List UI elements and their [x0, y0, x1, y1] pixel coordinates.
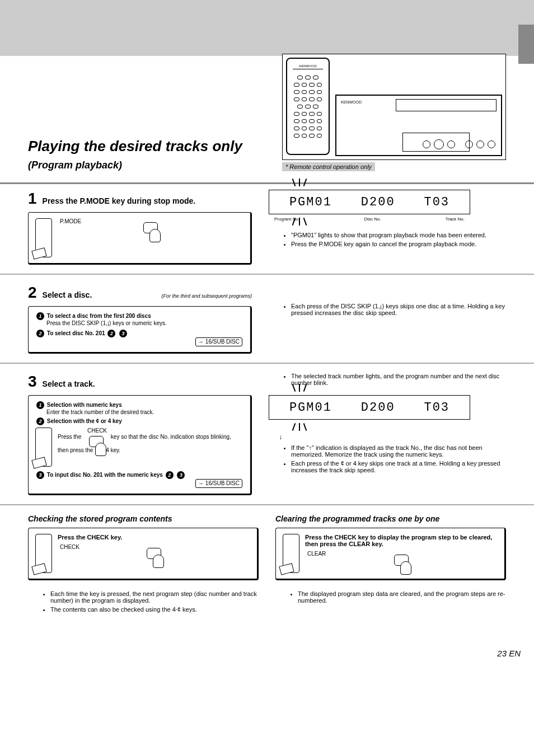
- s3-sub2-post: key so that the disc No. indication stop…: [58, 434, 231, 453]
- seg-pgm: PGM01: [289, 195, 332, 209]
- step-title-3: Select a track.: [43, 379, 95, 388]
- remote-brand-label: KENWOOD: [287, 64, 329, 68]
- divider: [0, 504, 534, 505]
- bottom-right-panel-text: Press the CHECK key to display the progr…: [305, 534, 498, 547]
- substep-2-badge: 2: [36, 417, 44, 425]
- check-key-label: CHECK: [87, 428, 107, 434]
- bottom-left-panel-text: Press the CHECK key.: [58, 534, 250, 541]
- bottom-left-panel: Press the CHECK key. CHECK: [28, 528, 259, 580]
- step1-bullet-2: Press the P.MODE key again to cancel the…: [291, 241, 506, 247]
- remote-illustration: KENWOOD: [286, 58, 330, 155]
- substep-ref-3-badge: 3: [177, 471, 185, 479]
- substep-ref-2-badge: 2: [166, 471, 174, 479]
- col-label-c: Track No.: [446, 217, 465, 222]
- language-tab: [518, 25, 534, 64]
- s2-sub1-title: To select a disc from the first 200 disc…: [47, 313, 151, 319]
- divider: [0, 274, 534, 275]
- unit-brand-label: KENWOOD: [341, 100, 362, 104]
- page-number: 23 EN: [497, 649, 521, 658]
- mini-remote-icon: [35, 218, 52, 257]
- s3-sub3-title: To input disc No. 201 with the numeric k…: [47, 472, 163, 478]
- mini-remote-icon: [283, 534, 299, 573]
- bottom-left-bullet-1: Each time the key is pressed, the next p…: [50, 590, 259, 604]
- bottom-left-title: Checking the stored program contents: [28, 514, 259, 523]
- seg-track: T03: [424, 401, 449, 415]
- s3-sub1-text: Enter the track number of the desired tr…: [46, 409, 243, 415]
- step-number-2: 2: [28, 284, 37, 302]
- press-hand-icon: [149, 229, 161, 242]
- press-hand-icon: [153, 555, 164, 568]
- substep-2-badge: 2: [36, 330, 44, 337]
- page-title-line1: Playing the desired tracks only: [28, 138, 277, 155]
- press-hand-icon: [400, 561, 411, 575]
- s3-sub2-title: Selection with the ¢ or 4 key: [47, 418, 122, 424]
- step3-bullet-a: If the "↑" indication is displayed as th…: [291, 444, 506, 458]
- display-step3: PGM01 D200 T03: [269, 395, 470, 420]
- remote-only-note: * Remote control operation only: [282, 162, 375, 171]
- unit-illustration: KENWOOD: [335, 95, 502, 156]
- step-title-2: Select a disc.: [43, 290, 92, 299]
- seg-disc: D200: [361, 195, 395, 209]
- step-number-1: 1: [28, 190, 37, 208]
- substep-1-badge: 1: [36, 312, 44, 320]
- s2-sub1-text: Press the DISC SKIP (1,¡) keys or numeri…: [46, 320, 243, 326]
- divider: [0, 363, 534, 364]
- substep-3-badge: 3: [36, 471, 44, 479]
- step-cont-2: (For the third and subsequent programs): [161, 293, 252, 299]
- mini-remote-icon: [35, 428, 52, 467]
- seg-disc: D200: [361, 401, 395, 415]
- substep-ref-2-badge: 2: [107, 330, 115, 337]
- step3-bullet-r: The selected track number lights, and th…: [291, 373, 506, 386]
- s3-sub1-title: Selection with numeric keys: [47, 402, 122, 408]
- bottom-left-bullet-2: The contents can also be checked using t…: [50, 606, 259, 613]
- substep-ref-3-badge: 3: [119, 330, 127, 337]
- press-hand-icon: [95, 443, 106, 456]
- seg-pgm: PGM01: [289, 401, 332, 415]
- divider: [0, 182, 534, 184]
- bottom-right-bullet: The displayed program step data are clea…: [298, 590, 506, 604]
- s2-sub2-title: To select disc No. 201: [47, 330, 105, 336]
- step-3-panel: 1 Selection with numeric keys Enter the …: [28, 395, 252, 495]
- step-2-panel: 1 To select a disc from the first 200 di…: [28, 306, 252, 354]
- step-title-1: Press the P.MODE key during stop mode.: [43, 196, 196, 205]
- mini-remote-icon: [35, 534, 52, 573]
- subdisc-keycap: → 16/SUB DISC: [195, 337, 242, 346]
- s3-sub2-pre: Press the: [58, 434, 81, 440]
- device-illustration: KENWOOD KENWOOD: [282, 54, 506, 160]
- bottom-right-panel: Press the CHECK key to display the progr…: [275, 528, 506, 580]
- bottom-right-title: Clearing the programmed tracks one by on…: [275, 514, 506, 523]
- step-1-panel: P.MODE: [28, 212, 252, 265]
- step-number-3: 3: [28, 373, 37, 391]
- step2-bullet: Each press of the DISC SKIP (1,¡) keys s…: [291, 303, 506, 316]
- col-label-b: Disc No.: [364, 217, 381, 222]
- substep-1-badge: 1: [36, 401, 44, 409]
- display-step1: PGM01 D200 T03: [269, 190, 470, 214]
- seg-track: T03: [424, 195, 449, 209]
- subdisc-keycap: → 16/SUB DISC: [195, 479, 242, 488]
- step3-bullet-b: Each press of the ¢ or 4 key skips one t…: [291, 460, 506, 473]
- page-title-line2: (Program playback): [28, 159, 277, 171]
- step1-bullet-1: "PGM01" lights to show that program play…: [291, 232, 506, 238]
